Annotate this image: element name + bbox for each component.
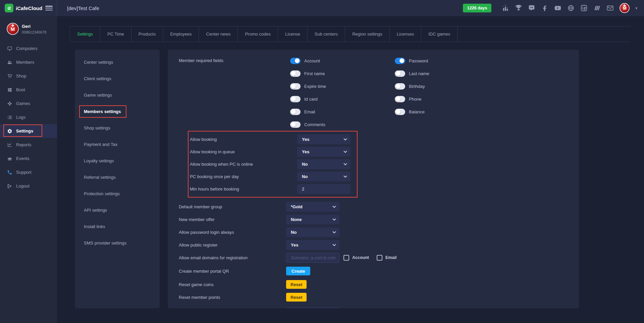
annotation-box-members-settings <box>79 105 126 118</box>
globe-icon[interactable] <box>567 4 575 12</box>
chart-line-icon <box>7 142 12 148</box>
tab-sub-centers[interactable]: Sub centers <box>308 26 345 42</box>
phone-icon <box>7 170 12 175</box>
ranking-icon[interactable] <box>502 4 509 12</box>
allow-booking-pc-online-select[interactable]: No <box>297 159 351 169</box>
allow-booking-in-queue-row: Allow booking in queue Yes <box>190 146 357 158</box>
toggle-switch[interactable] <box>290 83 301 90</box>
toggle-switch[interactable] <box>290 70 301 77</box>
mail-icon[interactable] <box>606 4 614 12</box>
chevron-down-icon <box>332 231 336 233</box>
hamburger-menu-icon[interactable] <box>45 6 53 10</box>
icafecloud-portal-icon[interactable] <box>580 4 588 12</box>
brand-name: iCafeCloud <box>16 5 45 11</box>
create-member-portal-qr-row: Create member portal QR Create <box>179 264 579 278</box>
sidebar-item-boot[interactable]: Boot <box>0 83 57 97</box>
reset-game-coins-button[interactable]: Reset <box>286 280 307 289</box>
user-avatar[interactable]: M <box>620 3 630 13</box>
tab-center-news[interactable]: Center news <box>199 26 238 42</box>
toggle-last-name: Last name <box>395 67 495 80</box>
toggle-birthday: Birthday <box>395 80 495 93</box>
allow-password-login-always-row: Allow password login always No <box>179 226 579 238</box>
toggle-switch[interactable] <box>395 109 405 115</box>
required-fields-toggle-grid: Account First name Expire time Id card E… <box>286 54 579 131</box>
toggle-switch[interactable] <box>290 109 301 115</box>
account-checkbox[interactable] <box>343 255 349 261</box>
sidebar-item-logout[interactable]: Logout <box>0 179 57 193</box>
allow-booking-select[interactable]: Yes <box>297 134 351 144</box>
tab-region-settings[interactable]: Region settings <box>345 26 390 42</box>
submenu-members-settings[interactable]: Members settings <box>75 103 160 120</box>
toggle-switch[interactable] <box>290 58 301 64</box>
dpad-icon <box>7 101 12 106</box>
reset-game-coins-row: Reset game coins Reset <box>179 278 579 291</box>
tab-licenses[interactable]: Licenses <box>390 26 421 42</box>
email-domains-input[interactable] <box>286 253 339 263</box>
facebook-icon[interactable] <box>541 4 548 12</box>
annotation-box-settings <box>3 124 42 137</box>
submenu-game-settings[interactable]: Game settings <box>75 87 160 103</box>
email-checkbox[interactable] <box>377 255 382 261</box>
windows-icon <box>7 87 12 93</box>
toggle-switch[interactable] <box>395 96 405 102</box>
tab-products[interactable]: Products <box>131 26 163 42</box>
crown-icon <box>7 156 12 161</box>
member-required-fields-row: Member required fields Account First nam… <box>179 54 579 131</box>
toggle-switch[interactable] <box>395 83 405 90</box>
pc-booking-once-per-day-select[interactable]: No <box>297 172 351 181</box>
youtube-icon[interactable] <box>554 4 561 12</box>
sidebar-item-shop[interactable]: Shop <box>0 69 57 83</box>
license-days-badge[interactable]: 1226 days <box>463 4 492 12</box>
submenu-sms-provider-settings[interactable]: SMS provider settings <box>75 235 160 251</box>
sidebar-item-members[interactable]: Members <box>0 55 57 69</box>
allow-password-login-always-select[interactable]: No <box>286 227 339 237</box>
submenu-center-settings[interactable]: Center settings <box>75 54 160 70</box>
chevron-down-icon <box>332 244 336 246</box>
new-member-offer-select[interactable]: None <box>286 215 339 224</box>
tab-settings[interactable]: Settings <box>70 26 100 42</box>
reset-member-points-button[interactable]: Reset <box>286 293 307 302</box>
topbar-right: 1226 days M ▾ <box>463 0 637 16</box>
default-member-group-select[interactable]: *Gold <box>286 202 339 212</box>
submenu-shop-settings[interactable]: Shop settings <box>75 120 160 136</box>
create-button[interactable]: Create <box>286 267 310 275</box>
min-hours-before-booking-input[interactable] <box>297 184 351 194</box>
tab-promo-codes[interactable]: Promo codes <box>238 26 278 42</box>
tab-idc-games[interactable]: IDC games <box>421 26 458 42</box>
sidebar-item-events[interactable]: Events <box>0 152 57 165</box>
trophy-icon[interactable] <box>515 4 522 12</box>
discord-icon[interactable] <box>528 4 535 12</box>
submenu-api-settings[interactable]: API settings <box>75 202 160 218</box>
allow-booking-in-queue-select[interactable]: Yes <box>297 147 351 157</box>
submenu-protection-settings[interactable]: Protection settings <box>75 185 160 202</box>
allow-public-register-select[interactable]: Yes <box>286 240 339 250</box>
toggle-switch[interactable] <box>290 96 301 102</box>
sidebar-user-block[interactable]: M Geri 008612345678 <box>0 16 57 42</box>
tab-pc-time[interactable]: PC Time <box>100 26 131 42</box>
toggle-switch[interactable] <box>395 70 405 77</box>
submenu-payment-and-tax[interactable]: Payment and Tax <box>75 136 160 153</box>
tab-license[interactable]: License <box>278 26 308 42</box>
truncated-select[interactable] <box>286 307 339 309</box>
sidebar-item-reports[interactable]: Reports <box>0 138 57 152</box>
toggle-balance: Balance <box>395 105 495 118</box>
sidebar-item-settings[interactable]: Settings <box>0 124 57 138</box>
sidebar-item-computers[interactable]: Computers <box>0 42 57 55</box>
toggle-switch[interactable] <box>395 58 405 64</box>
allow-email-domains-row: Allow email domains for registration Acc… <box>179 251 579 264</box>
submenu-referral-settings[interactable]: Referral settings <box>75 169 160 185</box>
page-title: [dev]Test Cafe <box>67 5 99 11</box>
toggle-switch[interactable] <box>290 121 301 128</box>
sidebar: M Geri 008612345678 Computers Members Sh… <box>0 16 57 323</box>
cart-icon <box>7 73 12 79</box>
sidebar-item-logs[interactable]: Logs <box>0 110 57 124</box>
sidebar-item-games[interactable]: Games <box>0 97 57 110</box>
tab-employees[interactable]: Employees <box>163 26 199 42</box>
submenu-install-links[interactable]: Install links <box>75 218 160 235</box>
submenu-loyalty-settings[interactable]: Loyalty settings <box>75 153 160 169</box>
sidebar-item-support[interactable]: Support <box>0 165 57 179</box>
submenu-client-settings[interactable]: Client settings <box>75 70 160 87</box>
layers-icon[interactable] <box>593 4 601 12</box>
chevron-down-icon[interactable]: ▾ <box>635 6 637 10</box>
toggle-account: Account <box>290 54 391 67</box>
